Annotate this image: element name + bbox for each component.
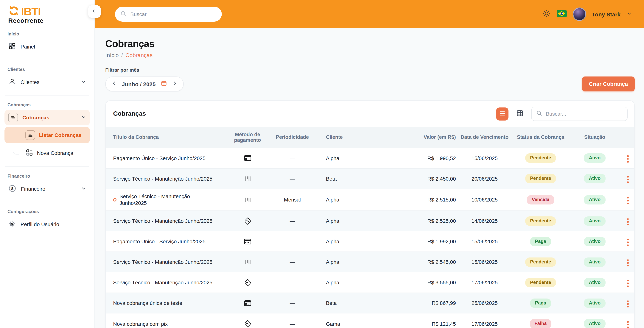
charge-title: Serviço Técnico - Manutenção Junho/2025 [120, 193, 194, 207]
chevron-down-icon[interactable] [626, 11, 632, 18]
value-cell: R$ 3.555,00 [371, 272, 456, 293]
user-avatar[interactable] [572, 7, 586, 21]
sidebar-item-financeiro[interactable]: $ Financeiro [4, 181, 90, 197]
client-cell: Alpha [318, 189, 371, 211]
payment-method-cell [229, 314, 266, 328]
actions-cell [621, 272, 635, 293]
brand-logo: IBTI Recorrente [0, 0, 94, 25]
charge-title: Serviço Técnico - Manutenção Junho/2025 [113, 176, 212, 182]
table-row: Serviço Técnico - Manutenção Junho/2025 … [106, 168, 635, 189]
row-actions-menu[interactable] [626, 196, 630, 206]
periodicity-cell: — [266, 272, 318, 293]
actions-cell [621, 231, 635, 252]
pix-icon [243, 217, 252, 225]
sidebar-item-nova-cobranca[interactable]: Nova Cobrança [4, 145, 90, 161]
value-cell: R$ 867,99 [371, 293, 456, 314]
sidebar-item-label: Painel [20, 44, 35, 50]
table-search-input[interactable] [546, 111, 623, 117]
list-box-icon [8, 113, 18, 122]
value-cell: R$ 2.525,00 [371, 211, 456, 231]
recurring-indicator-icon [113, 198, 116, 202]
column-header: Situação [568, 127, 621, 148]
payment-method-cell [229, 189, 266, 211]
row-actions-menu[interactable] [626, 299, 630, 309]
table-row: Serviço Técnico - Manutenção Junho/2025 … [106, 211, 635, 231]
chevron-left-icon[interactable] [112, 81, 117, 87]
brazil-flag-icon[interactable] [556, 10, 566, 18]
status-cell: Paga [512, 293, 568, 314]
breadcrumb-home[interactable]: Início [105, 52, 119, 58]
row-actions-menu[interactable] [626, 217, 630, 227]
row-actions-menu[interactable] [626, 174, 630, 185]
status-cell: Pendente [512, 252, 568, 272]
dashboard-grid-icon [8, 42, 16, 51]
sidebar-divider [5, 202, 89, 202]
column-header: Data de Vencimento [456, 127, 512, 148]
situation-cell: Ativo [568, 293, 621, 314]
status-badge: Falha [530, 319, 552, 328]
section-label-financeiro: Financeiro [0, 174, 94, 179]
status-badge: Paga [530, 299, 551, 308]
charge-title-cell: Serviço Técnico - Manutenção Junho/2025 [106, 252, 229, 272]
status-badge: Pendente [525, 174, 556, 183]
column-header [621, 127, 635, 148]
list-view-toggle[interactable] [496, 107, 508, 120]
payment-method-cell [229, 211, 266, 231]
status-cell: Pendente [512, 148, 568, 168]
sidebar-item-cobrancas[interactable]: Cobranças [4, 110, 90, 125]
charge-title: Nova cobrança com pix [113, 321, 168, 327]
charge-title-cell: Pagamento Único - Serviço Junho/2025 [106, 148, 229, 168]
due-date-cell: 15/06/2025 [456, 148, 512, 168]
credit-card-icon [243, 237, 252, 246]
gear-icon [8, 220, 16, 229]
theme-sun-icon[interactable] [542, 9, 550, 19]
sidebar-item-clientes[interactable]: Clientes [4, 74, 90, 90]
charge-title: Nova cobrança única de teste [113, 300, 182, 306]
arrow-left-icon [91, 8, 98, 15]
create-charge-button[interactable]: Criar Cobrança [582, 76, 635, 91]
due-date-cell: 10/06/2025 [456, 189, 512, 211]
situation-cell: Ativo [568, 231, 621, 252]
table-row: Nova cobrança com pix — Gama R$ 121,45 1… [106, 314, 635, 328]
status-cell: Pendente [512, 272, 568, 293]
situation-badge: Ativo [584, 195, 606, 204]
sidebar-item-listar-cobrancas[interactable]: Listar Cobranças [4, 127, 90, 143]
row-actions-menu[interactable] [626, 237, 630, 248]
month-selector[interactable]: Junho / 2025 [105, 76, 184, 91]
situation-badge: Ativo [584, 299, 606, 308]
list-view-icon [499, 110, 506, 118]
sidebar-collapse-button[interactable] [88, 5, 101, 18]
row-actions-menu[interactable] [626, 278, 630, 289]
table-row: Serviço Técnico - Manutenção Junho/2025 … [106, 272, 635, 293]
column-header: Método de pagamento [229, 127, 266, 148]
filter-label: Filtrar por mês [105, 67, 635, 73]
row-actions-menu[interactable] [626, 258, 630, 268]
circular-arrows-logo-icon [8, 5, 20, 18]
payment-method-cell [229, 148, 266, 168]
global-search-input[interactable] [130, 11, 216, 17]
charge-title: Serviço Técnico - Manutenção Junho/2025 [113, 218, 212, 224]
actions-cell [621, 211, 635, 231]
status-cell: Pendente [512, 168, 568, 189]
client-cell: Alpha [318, 211, 371, 231]
status-cell: Pendente [512, 211, 568, 231]
situation-badge: Ativo [584, 237, 606, 246]
situation-badge: Ativo [584, 319, 606, 328]
section-label-clientes: Clientes [0, 67, 94, 72]
periodicity-cell: — [266, 252, 318, 272]
status-cell: Paga [512, 231, 568, 252]
row-actions-menu[interactable] [626, 320, 630, 328]
table-row: Serviço Técnico - Manutenção Junho/2025 … [106, 252, 635, 272]
sidebar-item-perfil-usuario[interactable]: Perfil do Usuário [4, 216, 90, 232]
due-date-cell: 14/06/2025 [456, 211, 512, 231]
due-date-cell: 17/06/2025 [456, 272, 512, 293]
sidebar-item-painel[interactable]: Painel [4, 39, 90, 54]
barcode-icon [243, 174, 252, 183]
sidebar-item-label: Nova Cobrança [37, 150, 73, 156]
user-name: Tony Stark [592, 11, 620, 17]
row-actions-menu[interactable] [626, 154, 630, 164]
chevron-right-icon[interactable] [172, 81, 177, 87]
table-row: Nova cobrança única de teste — Beta R$ 8… [106, 293, 635, 314]
grid-view-toggle[interactable] [514, 107, 526, 120]
grid-view-icon [516, 109, 524, 118]
